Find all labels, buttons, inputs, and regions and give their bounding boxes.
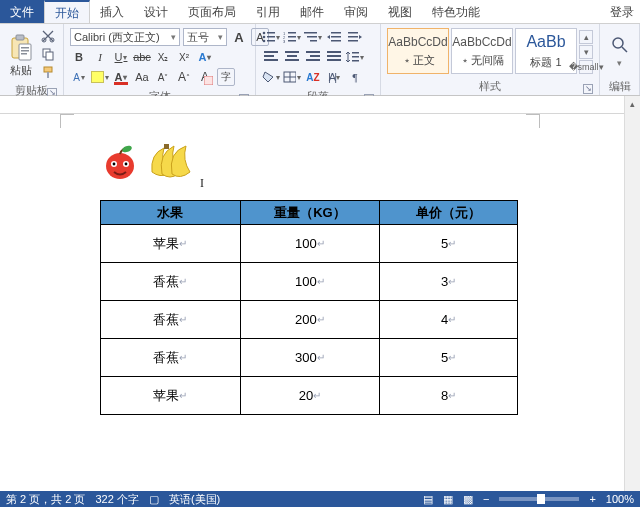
tab-mail[interactable]: 邮件 [290, 0, 334, 23]
strike-button[interactable]: abc [133, 48, 151, 66]
style-nospacing[interactable]: AaBbCcDd ﹡无间隔 [451, 28, 513, 74]
table-cell[interactable]: 100↵ [240, 225, 380, 263]
grow-font-button[interactable]: A [230, 28, 248, 46]
enclosed-char-button[interactable]: 字 [217, 68, 235, 86]
bullets-button[interactable]: ▾ [262, 28, 280, 46]
highlight-button[interactable]: ▾ [91, 68, 109, 86]
borders-button[interactable]: ▾ [283, 68, 301, 86]
format-painter-button[interactable] [39, 64, 57, 80]
indent-dec-button[interactable] [325, 28, 343, 46]
view-read-icon[interactable]: ▤ [423, 493, 433, 506]
ruler[interactable]: ▵ [0, 96, 640, 114]
status-page[interactable]: 第 2 页，共 2 页 [6, 492, 85, 507]
zoom-slider[interactable] [499, 497, 579, 501]
style-down-icon[interactable]: ▾ [579, 45, 593, 59]
tab-design[interactable]: 设计 [134, 0, 178, 23]
indent-inc-button[interactable] [346, 28, 364, 46]
table-cell[interactable]: 200↵ [240, 301, 380, 339]
vertical-scrollbar[interactable]: ▴ [624, 96, 640, 491]
zoom-level[interactable]: 100% [606, 493, 634, 505]
svg-rect-29 [331, 36, 341, 38]
zoom-in-button[interactable]: + [589, 493, 595, 505]
align-center-button[interactable] [283, 48, 301, 66]
table-cell[interactable]: 300↵ [240, 339, 380, 377]
numbering-button[interactable]: 123▾ [283, 28, 301, 46]
align-justify-button[interactable] [325, 48, 343, 66]
subscript-button[interactable]: X₂ [154, 48, 172, 66]
apple-image-icon[interactable] [100, 142, 140, 182]
status-words[interactable]: 322 个字 [95, 492, 138, 507]
line-spacing-button[interactable]: ▾ [346, 48, 364, 66]
col-weight[interactable]: 重量（KG） [240, 201, 380, 225]
sort-button[interactable]: AZ [304, 68, 322, 86]
fruit-table[interactable]: 水果 重量（KG） 单价（元） 苹果↵100↵5↵香蕉↵100↵3↵香蕉↵200… [100, 200, 518, 415]
style-normal[interactable]: AaBbCcDd ﹡正文 [387, 28, 449, 74]
font-size-select[interactable]: 五号▾ [183, 28, 227, 46]
shading-button[interactable]: ▾ [262, 68, 280, 86]
tab-insert[interactable]: 插入 [90, 0, 134, 23]
table-row[interactable]: 苹果↵20↵8↵ [101, 377, 518, 415]
align-right-button[interactable] [304, 48, 322, 66]
font-color-button[interactable]: A▾ [112, 68, 130, 86]
shrink-font-button[interactable]: A˅ [154, 68, 172, 86]
underline-button[interactable]: U▾ [112, 48, 130, 66]
clear-format-button[interactable]: A [196, 68, 214, 86]
edit-dd-icon[interactable]: ▾ [617, 58, 622, 68]
inserted-images[interactable] [100, 142, 200, 182]
table-cell[interactable]: 3↵ [380, 263, 518, 301]
text-effects-button[interactable]: A▾ [196, 48, 214, 66]
paste-button[interactable]: 粘贴 [4, 26, 37, 82]
phonetic-button[interactable]: A▾ [70, 68, 88, 86]
col-price[interactable]: 单价（元） [380, 201, 518, 225]
view-print-icon[interactable]: ▦ [443, 493, 453, 506]
tab-view[interactable]: 视图 [378, 0, 422, 23]
login-link[interactable]: 登录 [604, 0, 640, 23]
table-row[interactable]: 香蕉↵200↵4↵ [101, 301, 518, 339]
document-area[interactable]: I 水果 重量（KG） 单价（元） 苹果↵100↵5↵香蕉↵100↵3↵香蕉↵2… [0, 114, 624, 491]
align-left-button[interactable] [262, 48, 280, 66]
cut-button[interactable] [39, 28, 57, 44]
tab-review[interactable]: 审阅 [334, 0, 378, 23]
table-cell[interactable]: 香蕉↵ [101, 339, 241, 377]
style-more-icon[interactable]: �small▾ [579, 60, 593, 74]
font-name-select[interactable]: Calibri (西文正文)▾ [70, 28, 180, 46]
styles-launcher[interactable]: ↘ [583, 84, 593, 94]
table-cell[interactable]: 100↵ [240, 263, 380, 301]
find-button[interactable] [611, 36, 629, 56]
table-cell[interactable]: 5↵ [380, 339, 518, 377]
table-row[interactable]: 香蕉↵300↵5↵ [101, 339, 518, 377]
table-row[interactable]: 苹果↵100↵5↵ [101, 225, 518, 263]
style-gallery-scroll[interactable]: ▴ ▾ �small▾ [579, 28, 593, 76]
show-marks-button[interactable]: ¶ [346, 68, 364, 86]
col-fruit[interactable]: 水果 [101, 201, 241, 225]
tab-home[interactable]: 开始 [44, 0, 90, 23]
table-cell[interactable]: 8↵ [380, 377, 518, 415]
superscript-button[interactable]: X² [175, 48, 193, 66]
table-cell[interactable]: 20↵ [240, 377, 380, 415]
zoom-out-button[interactable]: − [483, 493, 489, 505]
table-cell[interactable]: 5↵ [380, 225, 518, 263]
table-row[interactable]: 香蕉↵100↵3↵ [101, 263, 518, 301]
style-up-icon[interactable]: ▴ [579, 30, 593, 44]
scroll-up-icon[interactable]: ▴ [625, 96, 640, 112]
tab-layout[interactable]: 页面布局 [178, 0, 246, 23]
table-cell[interactable]: 苹果↵ [101, 225, 241, 263]
tab-references[interactable]: 引用 [246, 0, 290, 23]
grow-font2-button[interactable]: A˄ [175, 68, 193, 86]
copy-button[interactable] [39, 46, 57, 62]
tab-file[interactable]: 文件 [0, 0, 44, 23]
banana-image-icon[interactable] [146, 142, 200, 182]
tab-special[interactable]: 特色功能 [422, 0, 490, 23]
status-lang-icon[interactable]: ▢ [149, 493, 159, 506]
table-cell[interactable]: 苹果↵ [101, 377, 241, 415]
multilevel-button[interactable]: ▾ [304, 28, 322, 46]
table-cell[interactable]: 香蕉↵ [101, 301, 241, 339]
view-web-icon[interactable]: ▩ [463, 493, 473, 506]
asian-layout-button[interactable]: |A|▾ [325, 68, 343, 86]
bold-button[interactable]: B [70, 48, 88, 66]
change-case-button[interactable]: Aa [133, 68, 151, 86]
italic-button[interactable]: I [91, 48, 109, 66]
table-cell[interactable]: 香蕉↵ [101, 263, 241, 301]
table-cell[interactable]: 4↵ [380, 301, 518, 339]
status-lang[interactable]: 英语(美国) [169, 492, 220, 507]
